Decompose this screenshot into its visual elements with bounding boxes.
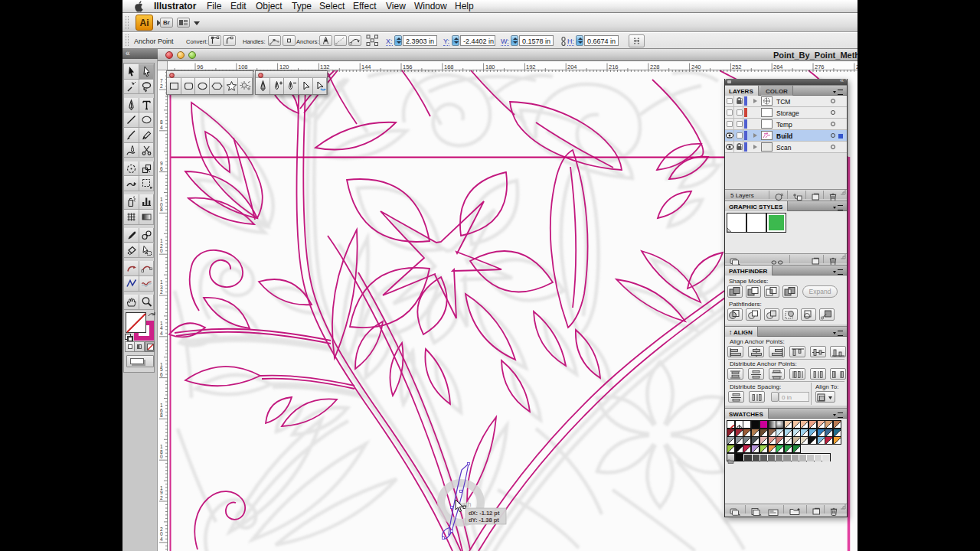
svg-text:2: 2 <box>160 289 163 295</box>
svg-text:8: 8 <box>160 119 163 125</box>
svg-text:132: 132 <box>320 64 330 70</box>
svg-text:288: 288 <box>856 64 858 70</box>
svg-text:1: 1 <box>160 444 163 449</box>
svg-text:192: 192 <box>526 64 536 70</box>
svg-text:6: 6 <box>160 166 163 171</box>
svg-text:0: 0 <box>160 248 163 253</box>
svg-text:228: 228 <box>650 64 660 70</box>
svg-text:8: 8 <box>160 412 163 418</box>
svg-text:dX: -1.12 pt: dX: -1.12 pt <box>469 510 500 517</box>
svg-text:276: 276 <box>815 64 825 70</box>
svg-text:1: 1 <box>160 197 163 202</box>
svg-text:9: 9 <box>160 161 163 166</box>
svg-text:216: 216 <box>609 64 619 70</box>
svg-text:2: 2 <box>160 83 163 89</box>
svg-text:2: 2 <box>160 495 163 500</box>
svg-text:240: 240 <box>691 64 701 70</box>
svg-text:dY: -1.38 pt: dY: -1.38 pt <box>469 517 499 523</box>
svg-text:4: 4 <box>160 331 163 336</box>
svg-text:108: 108 <box>238 64 248 70</box>
svg-text:4: 4 <box>160 325 163 331</box>
svg-text:7: 7 <box>160 78 163 83</box>
svg-text:4: 4 <box>160 125 163 130</box>
svg-text:168: 168 <box>444 64 454 70</box>
svg-text:252: 252 <box>732 64 742 70</box>
svg-text:204: 204 <box>567 64 577 70</box>
svg-text:180: 180 <box>485 64 495 70</box>
svg-text:264: 264 <box>773 64 783 70</box>
svg-text:0: 0 <box>160 454 163 459</box>
svg-text:5: 5 <box>160 367 163 372</box>
svg-text:1: 1 <box>160 403 163 408</box>
svg-text:0: 0 <box>160 531 163 536</box>
svg-text:1: 1 <box>160 279 163 285</box>
svg-text:1: 1 <box>160 238 163 243</box>
svg-text:144: 144 <box>361 64 371 70</box>
svg-text:6: 6 <box>160 372 163 377</box>
svg-text:156: 156 <box>403 64 413 70</box>
svg-text:4: 4 <box>160 536 163 542</box>
svg-text:120: 120 <box>279 64 289 70</box>
svg-text:96: 96 <box>197 64 203 70</box>
svg-text:8: 8 <box>160 207 163 212</box>
svg-text:9: 9 <box>160 490 163 495</box>
